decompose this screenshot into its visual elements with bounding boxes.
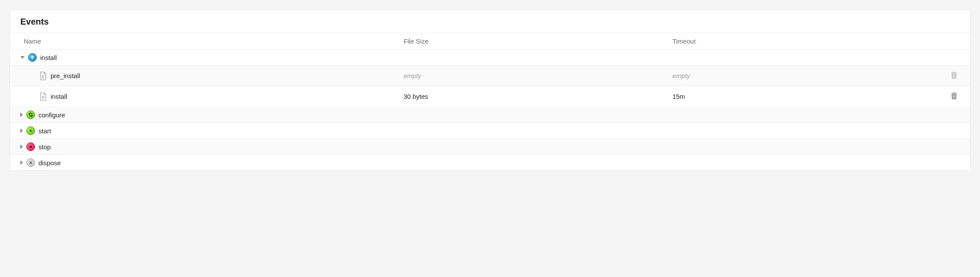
trash-icon (950, 74, 958, 81)
dispose-badge-icon (26, 158, 35, 167)
script-filesize: empty (404, 72, 421, 79)
event-row-start[interactable]: start (10, 123, 970, 139)
file-icon (39, 92, 47, 101)
column-header-filesize[interactable]: File Size (404, 33, 672, 50)
script-row-install[interactable]: install 30 bytes 15m (10, 86, 970, 107)
chevron-right-icon[interactable] (20, 113, 23, 117)
events-table: Name File Size Timeout install (10, 33, 970, 170)
script-label: install (51, 93, 67, 100)
column-header-actions (932, 33, 970, 50)
event-label: configure (38, 111, 65, 119)
column-header-timeout[interactable]: Timeout (672, 33, 932, 50)
trash-icon (950, 95, 958, 101)
column-header-name[interactable]: Name (10, 33, 404, 50)
event-label: stop (38, 143, 51, 151)
script-filesize: 30 bytes (404, 93, 428, 100)
install-badge-icon (28, 53, 37, 62)
script-timeout: 15m (672, 93, 685, 100)
file-icon (39, 71, 47, 81)
script-row-pre-install[interactable]: pre_install empty empty (10, 66, 970, 86)
stop-badge-icon (26, 142, 35, 151)
events-panel: Events Name File Size Timeout ins (10, 9, 970, 171)
event-label: start (38, 127, 51, 135)
svg-rect-6 (30, 146, 32, 148)
event-label: install (40, 54, 57, 61)
event-row-configure[interactable]: configure (10, 107, 970, 123)
panel-title: Events (10, 10, 970, 33)
chevron-down-icon[interactable] (20, 56, 25, 59)
script-label: pre_install (51, 72, 80, 79)
chevron-right-icon[interactable] (20, 129, 23, 133)
event-row-dispose[interactable]: dispose (10, 155, 970, 171)
delete-button[interactable] (948, 69, 960, 82)
delete-button[interactable] (948, 90, 960, 103)
event-row-stop[interactable]: stop (10, 139, 970, 155)
event-row-install[interactable]: install (10, 50, 970, 66)
start-badge-icon (26, 126, 35, 135)
event-label: dispose (38, 159, 61, 167)
chevron-right-icon[interactable] (20, 161, 23, 165)
table-header-row: Name File Size Timeout (10, 33, 970, 50)
script-timeout: empty (672, 72, 690, 79)
chevron-right-icon[interactable] (20, 145, 23, 149)
configure-badge-icon (26, 110, 35, 119)
